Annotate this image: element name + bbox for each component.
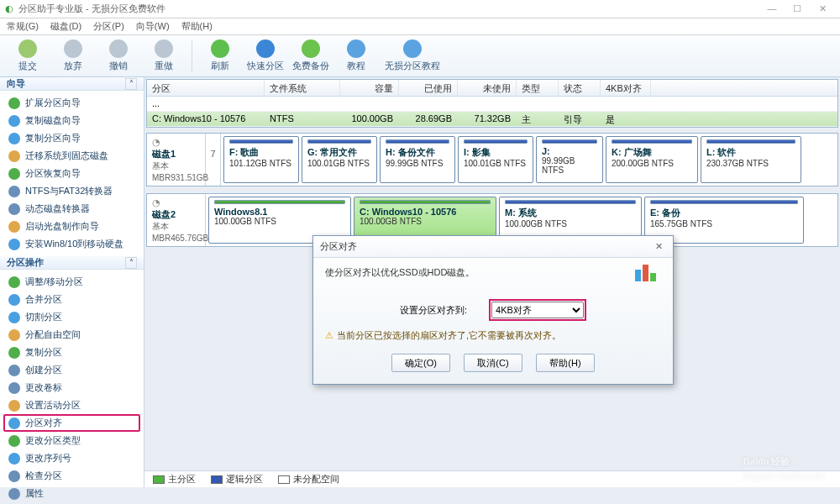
item-icon <box>8 453 20 465</box>
table-row[interactable]: ... <box>147 97 837 112</box>
item-icon <box>8 97 20 109</box>
menu-wizard[interactable]: 向导(W) <box>136 20 170 33</box>
titlebar: ◐ 分区助手专业版 - 无损分区免费软件 — ☐ ✕ <box>0 0 840 18</box>
wizard-item[interactable]: 扩展分区向导 <box>0 94 144 112</box>
app-icon: ◐ <box>5 3 13 14</box>
partition-block[interactable]: F: 歌曲101.12GB NTFS <box>223 136 299 183</box>
wizard-item[interactable]: 动态磁盘转换器 <box>0 200 144 218</box>
quick-partition-button[interactable]: 快速分区 <box>243 39 288 72</box>
wizard-item[interactable]: NTFS与FAT32转换器 <box>0 182 144 200</box>
tutorial2-button[interactable]: 无损分区教程 <box>379 39 446 72</box>
discard-button[interactable]: 放弃 <box>50 39 96 72</box>
partition-bar <box>386 139 449 144</box>
wizard-item[interactable]: 分区恢复向导 <box>0 165 144 182</box>
menu-partition[interactable]: 分区(P) <box>93 20 124 33</box>
dialog-titlebar[interactable]: 分区对齐 ✕ <box>313 236 673 258</box>
help-button[interactable]: 帮助(H) <box>536 354 595 372</box>
align-dialog: 分区对齐 ✕ 使分区对齐以优化SSD或HDD磁盘。 设置分区对齐到: 4KB对齐… <box>312 235 674 385</box>
ops-item[interactable]: 更改卷标 <box>0 379 144 396</box>
item-icon <box>8 133 20 144</box>
partition-bar <box>650 200 798 204</box>
wizard-item[interactable]: 复制分区向导 <box>0 129 144 147</box>
undo-icon <box>109 39 128 58</box>
disk-icon: ◔ <box>152 197 160 207</box>
partition-size: 100.00GB NTFS <box>214 217 345 226</box>
menu-disk[interactable]: 磁盘(D) <box>50 20 81 33</box>
partition-block[interactable]: K: 广场舞200.00GB NTFS <box>606 136 698 183</box>
partition-name: C: Windows10 - 10576 <box>360 207 491 217</box>
menu-help[interactable]: 帮助(H) <box>181 20 213 33</box>
wizard-item[interactable]: 迁移系统到固态磁盘 <box>0 147 144 165</box>
partition-block[interactable]: J:99.99GB NTFS <box>536 136 603 183</box>
wizard-item[interactable]: 安装Win8/10到移动硬盘 <box>0 235 144 253</box>
minimize-button[interactable]: — <box>759 3 785 14</box>
commit-button[interactable]: 提交 <box>5 39 50 72</box>
ops-item[interactable]: 属性 <box>0 485 144 502</box>
item-label: 动态磁盘转换器 <box>25 202 90 215</box>
item-icon <box>8 186 20 197</box>
partition-block[interactable]: H: 备份文件99.99GB NTFS <box>380 136 455 183</box>
tutorial-icon <box>347 39 365 58</box>
ops-item[interactable]: 复制分区 <box>0 344 144 361</box>
align-select[interactable]: 4KB对齐 <box>491 302 584 318</box>
partition-size: 200.00GB NTFS <box>612 159 692 168</box>
partition-block[interactable]: I: 影集100.01GB NTFS <box>458 136 533 183</box>
partition-size: 100.01GB NTFS <box>464 159 528 168</box>
item-label: 合并分区 <box>25 293 62 306</box>
item-label: 更改卷标 <box>25 381 62 394</box>
ops-item[interactable]: 分配自由空间 <box>0 326 144 344</box>
ops-item[interactable]: 更改分区类型 <box>0 432 144 449</box>
partition-name: J: <box>542 146 597 156</box>
item-label: 调整/移动分区 <box>25 276 83 288</box>
ops-item[interactable]: 创建分区 <box>0 361 144 379</box>
partition-size: 165.75GB NTFS <box>650 219 798 228</box>
ops-item[interactable]: 更改序列号 <box>0 449 144 467</box>
maximize-button[interactable]: ☐ <box>785 3 810 14</box>
ops-panel-header[interactable]: 分区操作˄ <box>0 256 144 270</box>
close-button[interactable]: ✕ <box>810 3 835 14</box>
ok-button[interactable]: 确定(O) <box>391 354 450 372</box>
partition-block[interactable]: L: 软件230.37GB NTFS <box>701 136 801 183</box>
dialog-close-button[interactable]: ✕ <box>652 241 666 252</box>
table-header: 分区文件系统容量已使用未使用类型状态4KB对齐 <box>147 80 837 97</box>
item-label: 检查分区 <box>25 470 62 482</box>
partition-name: L: 软件 <box>706 146 795 159</box>
undo-button[interactable]: 撤销 <box>96 39 141 72</box>
align-label: 设置分区对齐到: <box>400 304 467 317</box>
ops-item-align[interactable]: 分区对齐 <box>3 414 140 432</box>
chevron-up-icon: ˄ <box>125 78 137 90</box>
legend: 主分区 逻辑分区 未分配空间 <box>144 470 840 487</box>
wizard-panel-header[interactable]: 向导˄ <box>0 77 144 91</box>
partition-bar <box>307 139 371 144</box>
partition-bar <box>706 139 795 144</box>
ops-item[interactable]: 检查分区 <box>0 467 144 485</box>
ops-item[interactable]: 合并分区 <box>0 291 144 308</box>
disk-icon: ◔ <box>152 137 160 147</box>
item-label: 设置活动分区 <box>25 399 81 412</box>
ops-item[interactable]: 切割分区 <box>0 308 144 326</box>
cancel-button[interactable]: 取消(C) <box>464 354 522 372</box>
tutorial-button[interactable]: 教程 <box>333 39 379 72</box>
item-icon <box>8 276 20 288</box>
item-label: NTFS与FAT32转换器 <box>25 185 113 197</box>
refresh-button[interactable]: 刷新 <box>197 39 243 72</box>
redo-button[interactable]: 重做 <box>141 39 186 72</box>
wizard-item[interactable]: 复制磁盘向导 <box>0 112 144 129</box>
menu-general[interactable]: 常规(G) <box>7 20 39 33</box>
backup-button[interactable]: 免费备份 <box>288 39 333 72</box>
item-label: 切割分区 <box>25 311 62 323</box>
ops-item[interactable]: 调整/移动分区 <box>0 273 144 291</box>
item-icon <box>8 470 20 482</box>
partition-bar <box>229 139 293 144</box>
partition-block[interactable]: G: 常用文件100.01GB NTFS <box>302 136 377 183</box>
item-label: 启动光盘制作向导 <box>25 220 99 233</box>
partition-size: 100.00GB NTFS <box>505 219 636 228</box>
item-label: 迁移系统到固态磁盘 <box>25 150 108 162</box>
dialog-title: 分区对齐 <box>320 240 357 253</box>
align-select-highlight: 4KB对齐 <box>489 299 586 321</box>
disk-1-count: 7 <box>206 134 221 186</box>
wizard-item[interactable]: 启动光盘制作向导 <box>0 218 144 235</box>
ops-item[interactable]: 设置活动分区 <box>0 396 144 414</box>
table-row-selected[interactable]: C: Windows10 - 10576NTFS100.00GB28.69GB7… <box>147 112 837 127</box>
dialog-warning: 当前分区已按选择的扇区对齐了,它不需要被再次对齐。 <box>325 329 661 342</box>
